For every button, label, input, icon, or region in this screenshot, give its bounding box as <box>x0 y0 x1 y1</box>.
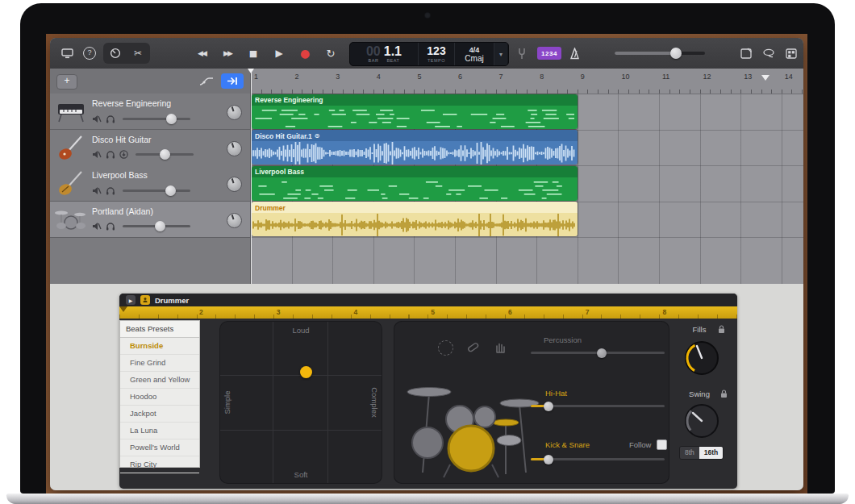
track-header-disco-hit-guitar[interactable]: Disco Hit Guitar <box>50 130 250 166</box>
tuner-button[interactable] <box>513 44 531 63</box>
mute-icon[interactable] <box>92 150 102 159</box>
metronome-icon <box>569 48 580 60</box>
pan-knob[interactable] <box>227 141 242 156</box>
lcd-display[interactable]: 00 1.1 BAR BEAT 123 TEMPO 4/4 <box>349 42 509 66</box>
loop-browser-button[interactable] <box>758 44 779 63</box>
ruler-number: 13 <box>744 73 752 81</box>
mute-icon[interactable] <box>92 115 102 123</box>
playhead[interactable] <box>251 69 252 284</box>
timeline-ruler[interactable]: 1 2 3 4 5 6 7 8 9 10 11 12 13 14 <box>251 69 803 94</box>
metronome-button[interactable] <box>565 44 584 63</box>
quick-help-button[interactable]: ? <box>79 44 100 63</box>
catch-playhead-icon <box>227 77 238 85</box>
swing-16th-button[interactable]: 16th <box>699 447 723 459</box>
lcd-key-section[interactable]: 4/4 Cmaj <box>455 43 494 65</box>
fills-lock-icon[interactable] <box>718 325 725 334</box>
editor-play-button[interactable]: ▶ <box>126 295 136 305</box>
lcd-position-section[interactable]: 00 1.1 BAR BEAT <box>350 43 419 65</box>
rewind-button[interactable]: ◀◀ <box>190 44 214 63</box>
track-volume-thumb[interactable] <box>160 149 170 160</box>
master-volume-thumb[interactable] <box>670 48 682 59</box>
preset-item-hoodoo[interactable]: Hoodoo <box>120 389 199 406</box>
smart-controls-button[interactable] <box>105 44 126 63</box>
media-browser-button[interactable] <box>781 44 802 63</box>
fills-knob[interactable] <box>683 339 720 377</box>
track-volume-slider[interactable] <box>123 225 190 227</box>
track-volume-slider[interactable] <box>123 190 190 192</box>
editor-playhead-marker <box>119 306 127 312</box>
track-header-liverpool-bass[interactable]: Liverpool Bass <box>50 165 250 202</box>
notepad-button[interactable] <box>736 44 757 63</box>
track-volume-thumb[interactable] <box>165 185 176 196</box>
swing-8th-button[interactable]: 8th <box>680 447 699 459</box>
input-monitor-icon[interactable] <box>119 150 128 159</box>
timeline[interactable]: 1 2 3 4 5 6 7 8 9 10 11 12 13 14 <box>251 69 803 284</box>
editors-button[interactable]: ✂ <box>127 44 148 63</box>
editor-title-bar: ▶ Drummer <box>119 294 737 306</box>
swing-lock-icon[interactable] <box>720 389 728 398</box>
track-header-reverse-engineering[interactable]: Reverse Engineering <box>50 94 250 130</box>
region-liverpool-bass[interactable]: Liverpool Bass <box>252 166 578 201</box>
master-volume-slider[interactable] <box>615 52 705 55</box>
preset-item-la-luna[interactable]: La Luna <box>120 423 199 439</box>
pan-knob[interactable] <box>227 105 242 120</box>
region-disco-hit-guitar[interactable]: Disco Hit Guitar.1 ⊙ <box>252 130 578 165</box>
ruler-number: 5 <box>417 73 421 81</box>
tambourine-icon[interactable] <box>438 340 453 356</box>
xy-label-loud: Loud <box>292 326 309 335</box>
drum-kit-illustration[interactable] <box>398 360 552 481</box>
catch-playhead-button[interactable] <box>221 73 244 89</box>
hihat-slider[interactable] <box>531 405 665 407</box>
solo-headphones-icon[interactable] <box>106 186 115 195</box>
preset-item-green-and-yellow[interactable]: Green and Yellow <box>120 372 199 389</box>
add-track-button[interactable]: + <box>56 74 77 90</box>
handclap-icon[interactable] <box>493 339 507 354</box>
record-button[interactable]: ● <box>293 44 317 63</box>
xy-pad-puck[interactable] <box>300 366 312 378</box>
kick-snare-slider[interactable] <box>531 458 665 460</box>
automation-button[interactable] <box>195 73 218 89</box>
stop-button[interactable]: ■ <box>241 44 265 63</box>
editor-ruler-number: 2 <box>199 308 203 316</box>
camera-dot <box>424 12 431 19</box>
cycle-button[interactable]: ↻ <box>319 44 343 63</box>
kick-snare-thumb[interactable] <box>544 455 553 464</box>
mute-icon[interactable] <box>92 222 102 231</box>
percussion-slider[interactable] <box>531 352 665 354</box>
forward-button[interactable]: ▶▶ <box>215 44 240 63</box>
swing-knob[interactable] <box>683 402 720 439</box>
preset-item-burnside[interactable]: Burnside <box>120 338 199 355</box>
shaker-icon[interactable] <box>465 339 481 355</box>
track-volume-slider[interactable] <box>136 153 194 156</box>
region-reverse-engineering[interactable]: Reverse Engineering <box>252 94 578 129</box>
count-in-button[interactable]: 1234 <box>537 47 561 60</box>
editor-ruler[interactable]: 2 3 4 5 6 7 8 <box>119 306 737 319</box>
library-button[interactable] <box>56 44 77 63</box>
track-header-column: + <box>50 69 251 284</box>
loop-browser-icon <box>762 48 775 58</box>
track-volume-thumb[interactable] <box>155 221 165 231</box>
solo-headphones-icon[interactable] <box>106 222 115 231</box>
pan-knob[interactable] <box>227 213 242 228</box>
play-button[interactable]: ▶ <box>267 44 291 63</box>
follow-checkbox[interactable] <box>657 439 667 450</box>
track-volume-slider[interactable] <box>123 118 190 120</box>
pan-knob[interactable] <box>227 177 242 192</box>
lcd-tempo-section[interactable]: 123 TEMPO <box>419 43 455 65</box>
track-volume-thumb[interactable] <box>166 114 177 124</box>
hihat-thumb[interactable] <box>544 402 553 411</box>
region-drummer[interactable]: Drummer <box>252 202 578 236</box>
solo-headphones-icon[interactable] <box>106 150 115 159</box>
preset-item-rip-city[interactable]: Rip City <box>120 456 199 473</box>
xy-pad[interactable]: Loud Soft Simple Complex <box>219 321 382 484</box>
solo-headphones-icon[interactable] <box>106 115 115 123</box>
lcd-mode-chevron[interactable]: ▾ <box>494 43 507 65</box>
project-end-marker[interactable] <box>761 75 770 81</box>
preset-item-fine-grind[interactable]: Fine Grind <box>120 355 199 372</box>
ruler-number: 14 <box>785 73 793 81</box>
mute-icon[interactable] <box>92 186 102 195</box>
preset-item-jackpot[interactable]: Jackpot <box>120 406 199 423</box>
preset-item-powells-world[interactable]: Powell's World <box>120 439 199 456</box>
track-header-portland-aidan[interactable]: Portland (Aidan) <box>50 202 250 238</box>
percussion-thumb[interactable] <box>597 348 607 358</box>
